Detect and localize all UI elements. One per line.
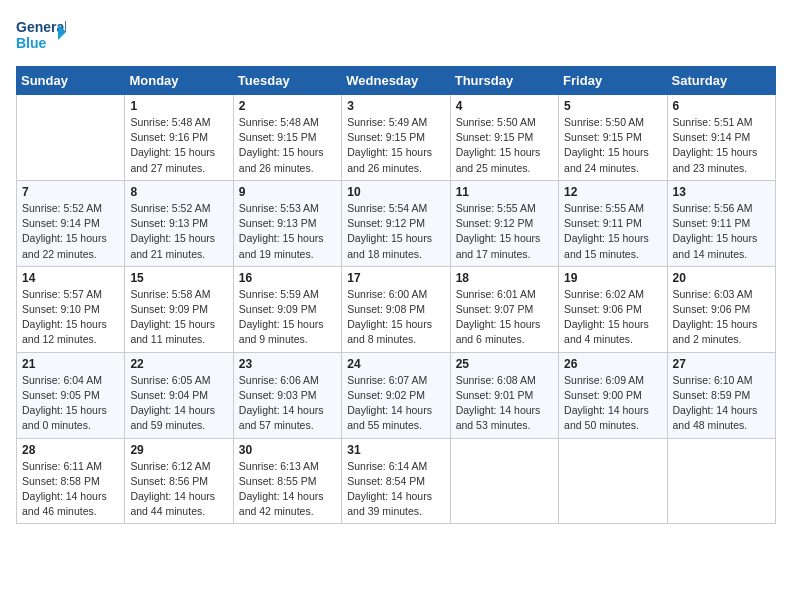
weekday-header-thursday: Thursday: [450, 67, 558, 95]
svg-text:Blue: Blue: [16, 35, 47, 51]
day-number: 19: [564, 271, 661, 285]
day-info: Sunrise: 5:53 AM Sunset: 9:13 PM Dayligh…: [239, 201, 336, 262]
day-number: 28: [22, 443, 119, 457]
day-info: Sunrise: 5:52 AM Sunset: 9:14 PM Dayligh…: [22, 201, 119, 262]
day-number: 26: [564, 357, 661, 371]
day-info: Sunrise: 5:59 AM Sunset: 9:09 PM Dayligh…: [239, 287, 336, 348]
day-number: 12: [564, 185, 661, 199]
calendar-cell: 16Sunrise: 5:59 AM Sunset: 9:09 PM Dayli…: [233, 266, 341, 352]
calendar-cell: 7Sunrise: 5:52 AM Sunset: 9:14 PM Daylig…: [17, 180, 125, 266]
day-info: Sunrise: 5:52 AM Sunset: 9:13 PM Dayligh…: [130, 201, 227, 262]
day-info: Sunrise: 6:03 AM Sunset: 9:06 PM Dayligh…: [673, 287, 770, 348]
calendar-cell: 18Sunrise: 6:01 AM Sunset: 9:07 PM Dayli…: [450, 266, 558, 352]
day-info: Sunrise: 5:51 AM Sunset: 9:14 PM Dayligh…: [673, 115, 770, 176]
day-info: Sunrise: 6:10 AM Sunset: 8:59 PM Dayligh…: [673, 373, 770, 434]
calendar-header-row: SundayMondayTuesdayWednesdayThursdayFrid…: [17, 67, 776, 95]
logo-svg: General Blue: [16, 16, 66, 58]
calendar-cell: 12Sunrise: 5:55 AM Sunset: 9:11 PM Dayli…: [559, 180, 667, 266]
day-info: Sunrise: 5:50 AM Sunset: 9:15 PM Dayligh…: [456, 115, 553, 176]
day-number: 13: [673, 185, 770, 199]
day-info: Sunrise: 6:06 AM Sunset: 9:03 PM Dayligh…: [239, 373, 336, 434]
day-info: Sunrise: 6:07 AM Sunset: 9:02 PM Dayligh…: [347, 373, 444, 434]
day-info: Sunrise: 5:50 AM Sunset: 9:15 PM Dayligh…: [564, 115, 661, 176]
day-info: Sunrise: 5:55 AM Sunset: 9:11 PM Dayligh…: [564, 201, 661, 262]
day-number: 6: [673, 99, 770, 113]
day-number: 18: [456, 271, 553, 285]
calendar-week-3: 21Sunrise: 6:04 AM Sunset: 9:05 PM Dayli…: [17, 352, 776, 438]
page-header: General Blue: [16, 16, 776, 58]
calendar-cell: 27Sunrise: 6:10 AM Sunset: 8:59 PM Dayli…: [667, 352, 775, 438]
day-number: 4: [456, 99, 553, 113]
calendar-cell: 31Sunrise: 6:14 AM Sunset: 8:54 PM Dayli…: [342, 438, 450, 524]
calendar-cell: 1Sunrise: 5:48 AM Sunset: 9:16 PM Daylig…: [125, 95, 233, 181]
day-number: 2: [239, 99, 336, 113]
calendar-cell: 3Sunrise: 5:49 AM Sunset: 9:15 PM Daylig…: [342, 95, 450, 181]
day-number: 30: [239, 443, 336, 457]
calendar-cell: 6Sunrise: 5:51 AM Sunset: 9:14 PM Daylig…: [667, 95, 775, 181]
weekday-header-tuesday: Tuesday: [233, 67, 341, 95]
day-number: 23: [239, 357, 336, 371]
day-info: Sunrise: 6:02 AM Sunset: 9:06 PM Dayligh…: [564, 287, 661, 348]
day-number: 14: [22, 271, 119, 285]
calendar-cell: 17Sunrise: 6:00 AM Sunset: 9:08 PM Dayli…: [342, 266, 450, 352]
weekday-header-friday: Friday: [559, 67, 667, 95]
day-number: 25: [456, 357, 553, 371]
weekday-header-monday: Monday: [125, 67, 233, 95]
calendar-table: SundayMondayTuesdayWednesdayThursdayFrid…: [16, 66, 776, 524]
calendar-cell: 15Sunrise: 5:58 AM Sunset: 9:09 PM Dayli…: [125, 266, 233, 352]
day-info: Sunrise: 6:04 AM Sunset: 9:05 PM Dayligh…: [22, 373, 119, 434]
day-info: Sunrise: 6:00 AM Sunset: 9:08 PM Dayligh…: [347, 287, 444, 348]
calendar-cell: 2Sunrise: 5:48 AM Sunset: 9:15 PM Daylig…: [233, 95, 341, 181]
day-number: 1: [130, 99, 227, 113]
calendar-cell: 28Sunrise: 6:11 AM Sunset: 8:58 PM Dayli…: [17, 438, 125, 524]
calendar-cell: 25Sunrise: 6:08 AM Sunset: 9:01 PM Dayli…: [450, 352, 558, 438]
day-number: 3: [347, 99, 444, 113]
day-info: Sunrise: 5:55 AM Sunset: 9:12 PM Dayligh…: [456, 201, 553, 262]
day-info: Sunrise: 6:05 AM Sunset: 9:04 PM Dayligh…: [130, 373, 227, 434]
day-info: Sunrise: 5:54 AM Sunset: 9:12 PM Dayligh…: [347, 201, 444, 262]
calendar-cell: 10Sunrise: 5:54 AM Sunset: 9:12 PM Dayli…: [342, 180, 450, 266]
calendar-cell: 26Sunrise: 6:09 AM Sunset: 9:00 PM Dayli…: [559, 352, 667, 438]
day-number: 9: [239, 185, 336, 199]
calendar-cell: 21Sunrise: 6:04 AM Sunset: 9:05 PM Dayli…: [17, 352, 125, 438]
day-number: 22: [130, 357, 227, 371]
calendar-cell: 22Sunrise: 6:05 AM Sunset: 9:04 PM Dayli…: [125, 352, 233, 438]
calendar-cell: [17, 95, 125, 181]
calendar-cell: 9Sunrise: 5:53 AM Sunset: 9:13 PM Daylig…: [233, 180, 341, 266]
day-info: Sunrise: 6:14 AM Sunset: 8:54 PM Dayligh…: [347, 459, 444, 520]
calendar-cell: 23Sunrise: 6:06 AM Sunset: 9:03 PM Dayli…: [233, 352, 341, 438]
calendar-cell: 20Sunrise: 6:03 AM Sunset: 9:06 PM Dayli…: [667, 266, 775, 352]
calendar-week-2: 14Sunrise: 5:57 AM Sunset: 9:10 PM Dayli…: [17, 266, 776, 352]
day-number: 5: [564, 99, 661, 113]
day-info: Sunrise: 6:11 AM Sunset: 8:58 PM Dayligh…: [22, 459, 119, 520]
day-number: 29: [130, 443, 227, 457]
day-number: 15: [130, 271, 227, 285]
logo: General Blue: [16, 16, 66, 58]
day-info: Sunrise: 5:57 AM Sunset: 9:10 PM Dayligh…: [22, 287, 119, 348]
calendar-cell: 24Sunrise: 6:07 AM Sunset: 9:02 PM Dayli…: [342, 352, 450, 438]
calendar-cell: 19Sunrise: 6:02 AM Sunset: 9:06 PM Dayli…: [559, 266, 667, 352]
day-number: 27: [673, 357, 770, 371]
day-number: 16: [239, 271, 336, 285]
day-info: Sunrise: 6:01 AM Sunset: 9:07 PM Dayligh…: [456, 287, 553, 348]
calendar-cell: [450, 438, 558, 524]
day-info: Sunrise: 6:12 AM Sunset: 8:56 PM Dayligh…: [130, 459, 227, 520]
day-number: 24: [347, 357, 444, 371]
calendar-cell: 30Sunrise: 6:13 AM Sunset: 8:55 PM Dayli…: [233, 438, 341, 524]
day-info: Sunrise: 6:08 AM Sunset: 9:01 PM Dayligh…: [456, 373, 553, 434]
calendar-week-1: 7Sunrise: 5:52 AM Sunset: 9:14 PM Daylig…: [17, 180, 776, 266]
day-info: Sunrise: 5:49 AM Sunset: 9:15 PM Dayligh…: [347, 115, 444, 176]
weekday-header-sunday: Sunday: [17, 67, 125, 95]
day-number: 31: [347, 443, 444, 457]
calendar-cell: 14Sunrise: 5:57 AM Sunset: 9:10 PM Dayli…: [17, 266, 125, 352]
calendar-week-4: 28Sunrise: 6:11 AM Sunset: 8:58 PM Dayli…: [17, 438, 776, 524]
calendar-cell: 13Sunrise: 5:56 AM Sunset: 9:11 PM Dayli…: [667, 180, 775, 266]
day-info: Sunrise: 6:13 AM Sunset: 8:55 PM Dayligh…: [239, 459, 336, 520]
calendar-cell: 4Sunrise: 5:50 AM Sunset: 9:15 PM Daylig…: [450, 95, 558, 181]
day-number: 17: [347, 271, 444, 285]
day-number: 8: [130, 185, 227, 199]
day-number: 21: [22, 357, 119, 371]
day-number: 7: [22, 185, 119, 199]
weekday-header-wednesday: Wednesday: [342, 67, 450, 95]
calendar-cell: 11Sunrise: 5:55 AM Sunset: 9:12 PM Dayli…: [450, 180, 558, 266]
